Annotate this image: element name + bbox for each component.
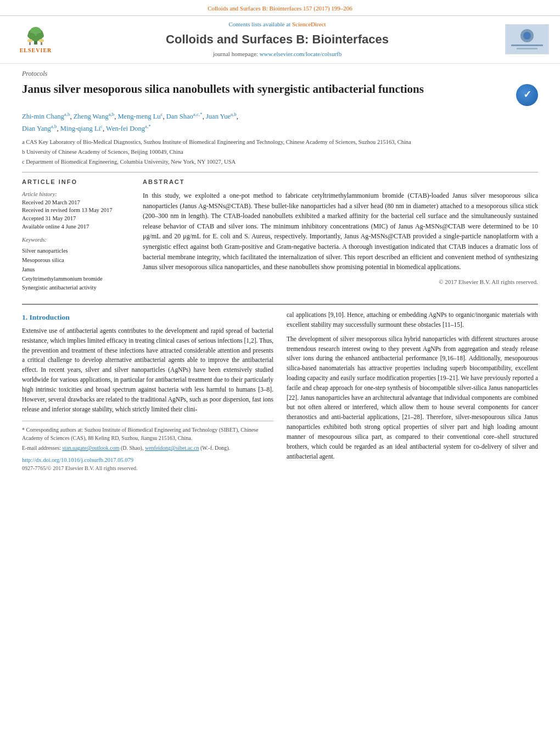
keyword-1: Silver nanoparticles [22,247,132,256]
svg-point-4 [36,33,44,38]
svg-point-3 [27,33,35,38]
divider-main [22,304,538,305]
author-3: Meng-meng Lu [117,113,160,120]
received-revised-date: Received in revised form 13 May 2017 [22,207,132,215]
info-abstract-columns: ARTICLE INFO Article history: Received 2… [22,178,538,293]
article-section: Protocols Janus silver mesoporous silica… [0,64,560,298]
accepted-date: Accepted 31 May 2017 [22,215,132,223]
homepage-url[interactable]: www.elsevier.com/locate/colsurfb [260,51,342,57]
received-date: Received 20 March 2017 [22,199,132,207]
body-left-column: 1. Introduction Extensive use of antibac… [22,310,273,472]
issn-line: 0927-7765/© 2017 Elsevier B.V. All right… [22,465,273,472]
svg-point-11 [523,32,531,40]
intro-section-title: 1. Introduction [22,313,273,323]
article-title-row: Janus silver mesoporous silica nanobulle… [22,82,538,106]
journal-reference-link[interactable]: Colloids and Surfaces B: Biointerfaces 1… [208,5,352,12]
journal-cover-image [505,24,549,54]
top-bar: Colloids and Surfaces B: Biointerfaces 1… [0,0,560,16]
svg-point-8 [39,39,44,42]
available-date: Available online 4 June 2017 [22,223,132,231]
journal-title: Colloids and Surfaces B: Biointerfaces [60,31,494,48]
history-label: Article history: [22,191,132,199]
email-footnote: E-mail addresses: stan.uagate@outlook.co… [22,444,273,452]
copyright-line: © 2017 Elsevier B.V. All rights reserved… [143,278,538,286]
article-info-column: ARTICLE INFO Article history: Received 2… [22,178,132,293]
author-5: Juan Yue [206,113,231,120]
affiliation-a: a CAS Key Laboratory of Bio-Medical Diag… [22,138,538,147]
elsevier-brand-text: ELSEVIER [20,47,52,54]
svg-rect-12 [511,44,543,46]
keyword-3: Janus [22,265,132,275]
journal-title-block: Contents lists available at ScienceDirec… [60,20,494,59]
abstract-header: ABSTRACT [143,178,538,186]
affiliations: a CAS Key Laboratory of Bio-Medical Diag… [22,138,538,166]
footnotes-section: * Corresponding authors at: Suzhou Insti… [22,421,273,452]
abstract-column: ABSTRACT In this study, we exploited a o… [143,178,538,293]
intro-paragraph-2: cal applications [9,10]. Hence, attachin… [287,310,538,461]
journal-header: ELSEVIER Contents lists available at Sci… [0,16,560,64]
article-info-header: ARTICLE INFO [22,178,132,186]
author-7: Ming-qiang Li [60,125,100,132]
svg-rect-13 [517,48,537,49]
doi-link[interactable]: http://dx.doi.org/10.1016/j.colsurfb.201… [22,456,273,465]
keyword-4: Cetyltrimethylammonium bromide [22,275,132,284]
sciencedirect-link[interactable]: ScienceDirect [292,21,326,27]
article-title: Janus silver mesoporous silica nanobulle… [22,82,516,97]
keyword-2: Mesoporous silica [22,256,132,265]
history-section: Article history: Received 20 March 2017 … [22,191,132,231]
intro-paragraph-1: Extensive use of antibacterial agents co… [22,326,273,414]
article-type-label: Protocols [22,69,538,79]
email-2-link[interactable]: wenfeidong@sibet.ac.cn [145,445,199,451]
email-1-link[interactable]: stan.uagate@outlook.com [62,445,119,451]
abstract-text: In this study, we exploited a one-pot me… [143,191,538,272]
contents-available-line: Contents lists available at ScienceDirec… [60,20,494,29]
body-right-column: cal applications [9,10]. Hence, attachin… [287,310,538,472]
authors-line: Zhi-min Changa,b, Zheng Wanga,b, Meng-me… [22,110,538,135]
author-1: Zhi-min Chang [22,113,64,120]
corresponding-footnote: * Corresponding authors at: Suzhou Insti… [22,426,273,442]
affiliation-b: b University of Chinese Academy of Scien… [22,148,538,157]
divider-1 [22,172,538,172]
author-8: Wen-fei Dong [106,125,145,132]
homepage-line: journal homepage: www.elsevier.com/locat… [60,50,494,58]
keywords-label: Keywords: [22,236,132,244]
elsevier-logo: ELSEVIER [11,24,60,54]
crossmark-badge[interactable]: ✓ [516,84,538,106]
author-6: Dian Yang [22,125,51,132]
keywords-section: Keywords: Silver nanoparticles Mesoporou… [22,236,132,293]
keyword-5: Synergistic antibacterial activity [22,283,132,293]
author-4: Dan Shao [166,113,193,120]
author-2: Zheng Wang [74,113,109,120]
affiliation-c: c Department of Biomedical Engineering, … [22,158,538,166]
svg-point-7 [27,39,33,42]
body-columns: 1. Introduction Extensive use of antibac… [0,310,560,472]
